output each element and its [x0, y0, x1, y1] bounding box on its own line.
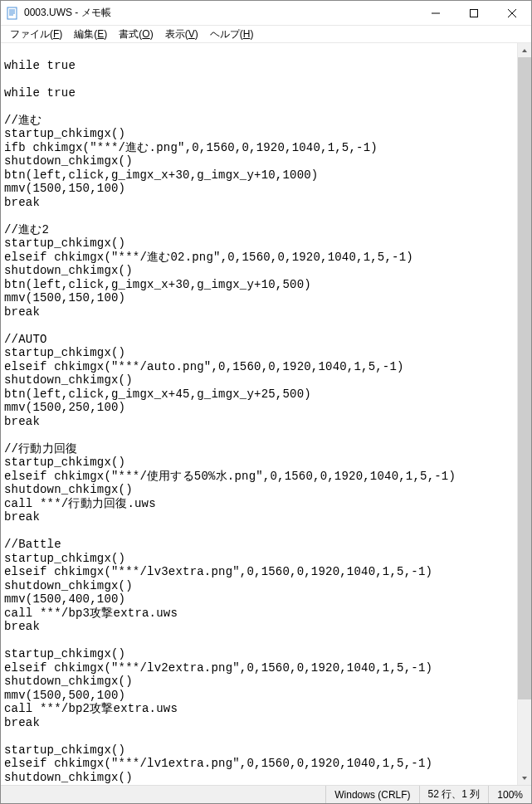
scroll-up-button[interactable]	[518, 43, 531, 57]
menu-edit[interactable]: 編集(E)	[68, 27, 113, 42]
status-encoding: Windows (CRLF)	[325, 786, 418, 803]
text-editor[interactable]: while true while true //進む startup_chkim…	[1, 43, 517, 785]
menu-file[interactable]: ファイル(F)	[4, 27, 68, 42]
titlebar[interactable]: 0003.UWS - メモ帳	[1, 1, 531, 26]
svg-rect-6	[471, 9, 478, 17]
scroll-thumb[interactable]	[518, 57, 531, 699]
notepad-window: 0003.UWS - メモ帳 ファイル(F) 編集(E) 書式(O) 表示(V)…	[0, 0, 532, 804]
window-controls	[417, 1, 531, 26]
statusbar: Windows (CRLF) 52 行、1 列 100%	[1, 785, 531, 803]
minimize-button[interactable]	[417, 1, 455, 26]
content-area: while true while true //進む startup_chkim…	[1, 42, 531, 785]
status-zoom: 100%	[488, 786, 531, 803]
scroll-track[interactable]	[518, 57, 531, 771]
app-icon	[6, 7, 19, 20]
vertical-scrollbar[interactable]	[517, 43, 531, 785]
menu-format[interactable]: 書式(O)	[113, 27, 159, 42]
maximize-button[interactable]	[455, 1, 493, 26]
window-title: 0003.UWS - メモ帳	[24, 6, 417, 20]
svg-marker-9	[522, 49, 527, 52]
menubar: ファイル(F) 編集(E) 書式(O) 表示(V) ヘルプ(H)	[1, 26, 531, 42]
close-button[interactable]	[493, 1, 531, 26]
menu-help[interactable]: ヘルプ(H)	[204, 27, 260, 42]
menu-view[interactable]: 表示(V)	[159, 27, 204, 42]
scroll-down-button[interactable]	[518, 771, 531, 785]
status-position: 52 行、1 列	[419, 786, 489, 803]
svg-marker-10	[522, 777, 527, 780]
